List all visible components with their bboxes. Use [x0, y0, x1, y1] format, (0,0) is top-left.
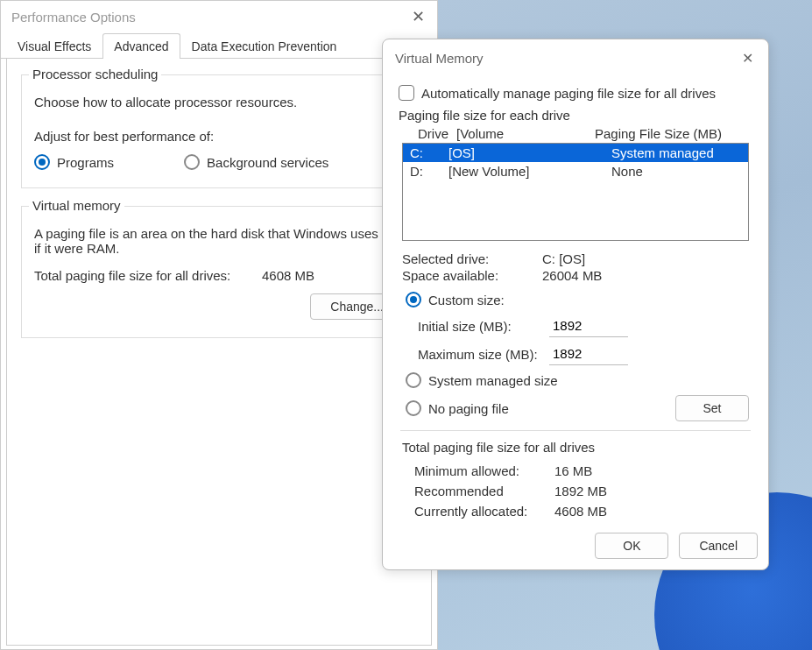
radio-icon: [184, 154, 200, 170]
radio-custom-size[interactable]: Custom size:: [406, 292, 752, 307]
radio-no-paging[interactable]: No paging file: [406, 400, 509, 416]
drive-letter: D:: [408, 164, 448, 179]
selected-drive-value: C: [OS]: [542, 251, 585, 266]
radio-icon: [34, 154, 50, 170]
perf-titlebar[interactable]: Performance Options ✕: [1, 1, 437, 32]
total-paging-value: 4608 MB: [262, 268, 314, 283]
radio-icon: [406, 400, 421, 416]
drive-size: System managed: [611, 145, 743, 160]
perf-title: Performance Options: [11, 10, 136, 25]
tab-dep[interactable]: Data Execution Prevention: [180, 33, 349, 59]
virtual-memory-title: Virtual memory: [29, 198, 124, 213]
vm-dialog-buttons: OK Cancel: [383, 526, 768, 559]
paging-each-drive-group: Paging file size for each drive Drive [V…: [399, 108, 752, 421]
vm-body: Automatically manage paging file size fo…: [383, 76, 768, 526]
perf-tab-body: Processor scheduling Choose how to alloc…: [6, 59, 432, 646]
divider: [400, 430, 751, 431]
radio-icon: [406, 292, 421, 307]
close-icon[interactable]: ✕: [409, 7, 427, 26]
initial-size-label: Initial size (MB):: [418, 319, 540, 334]
performance-options-dialog: Performance Options ✕ Visual Effects Adv…: [0, 0, 438, 650]
drive-row[interactable]: D: [New Volume] None: [403, 162, 748, 180]
ok-button[interactable]: OK: [595, 533, 668, 559]
currently-allocated-value: 4608 MB: [554, 504, 607, 519]
tab-visual-effects[interactable]: Visual Effects: [6, 33, 102, 59]
recommended-value: 1892 MB: [554, 484, 607, 498]
auto-manage-label: Automatically manage paging file size fo…: [421, 86, 716, 101]
radio-programs-label: Programs: [57, 155, 114, 170]
space-available-label: Space available:: [402, 268, 542, 283]
close-icon[interactable]: ✕: [738, 50, 756, 67]
currently-allocated-label: Currently allocated:: [414, 504, 554, 519]
drive-list[interactable]: C: [OS] System managed D: [New Volume] N…: [402, 143, 749, 241]
drive-size: None: [611, 164, 743, 179]
set-button[interactable]: Set: [675, 395, 749, 421]
radio-programs[interactable]: Programs: [34, 154, 114, 170]
totals-title: Total paging file size for all drives: [402, 440, 752, 455]
virtual-memory-dialog: Virtual Memory ✕ Automatically manage pa…: [382, 39, 769, 570]
auto-manage-checkbox[interactable]: Automatically manage paging file size fo…: [399, 85, 752, 101]
cancel-button[interactable]: Cancel: [679, 533, 758, 559]
drive-list-header: Drive [Volume Paging File Size (MB): [413, 126, 749, 141]
radio-background-label: Background services: [207, 155, 328, 170]
system-managed-label: System managed size: [428, 373, 558, 388]
selected-drive-label: Selected drive:: [402, 251, 542, 266]
maximum-size-label: Maximum size (MB):: [418, 347, 540, 362]
min-allowed-label: Minimum allowed:: [414, 463, 554, 478]
radio-system-managed[interactable]: System managed size: [406, 372, 752, 388]
custom-size-label: Custom size:: [428, 293, 505, 307]
drive-letter: C:: [408, 145, 448, 160]
totals-group: Total paging file size for all drives Mi…: [402, 440, 752, 519]
no-paging-label: No paging file: [428, 401, 509, 416]
total-paging-label: Total paging file size for all drives:: [34, 268, 262, 283]
drive-row[interactable]: C: [OS] System managed: [403, 144, 748, 162]
maximum-size-input[interactable]: [549, 343, 628, 365]
paging-each-drive-title: Paging file size for each drive: [399, 108, 752, 123]
processor-scheduling-desc: Choose how to allocate processor resourc…: [34, 95, 404, 110]
checkbox-icon: [399, 85, 414, 101]
tab-advanced[interactable]: Advanced: [102, 33, 180, 59]
virtual-memory-group: Virtual memory A paging file is an area …: [21, 206, 417, 338]
processor-scheduling-group: Processor scheduling Choose how to alloc…: [21, 74, 417, 188]
recommended-label: Recommended: [414, 484, 554, 498]
col-drive: Drive: [418, 126, 456, 141]
vm-title: Virtual Memory: [395, 51, 484, 66]
col-volume: [Volume: [456, 126, 595, 141]
adjust-label: Adjust for best performance of:: [34, 129, 404, 144]
virtual-memory-desc: A paging file is an area on the hard dis…: [34, 226, 404, 256]
vm-titlebar[interactable]: Virtual Memory ✕: [383, 39, 768, 76]
drive-volume: [New Volume]: [448, 164, 611, 179]
radio-icon: [406, 372, 421, 388]
perf-tabstrip: Visual Effects Advanced Data Execution P…: [1, 32, 437, 59]
radio-background-services[interactable]: Background services: [184, 154, 328, 170]
drive-volume: [OS]: [448, 145, 611, 160]
col-pfs: Paging File Size (MB): [595, 126, 744, 141]
space-available-value: 26004 MB: [542, 268, 602, 283]
min-allowed-value: 16 MB: [554, 463, 592, 478]
initial-size-input[interactable]: [549, 314, 628, 337]
processor-scheduling-title: Processor scheduling: [29, 67, 161, 81]
